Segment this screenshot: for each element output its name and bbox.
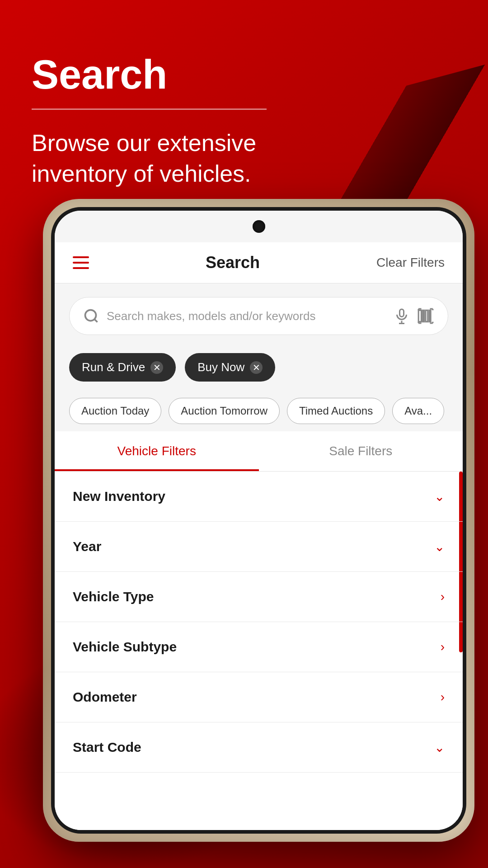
tab-sale-filters[interactable]: Sale Filters	[259, 431, 463, 471]
filter-tab-bar: Vehicle Filters Sale Filters	[55, 431, 463, 472]
hamburger-line-2	[73, 262, 89, 264]
hamburger-line-3	[73, 267, 89, 269]
svg-rect-6	[423, 310, 424, 321]
svg-rect-2	[400, 309, 404, 317]
year-label: Year	[73, 539, 101, 554]
header-subtitle: Browse our extensive inventory of vehicl…	[32, 128, 456, 189]
tab-vehicle-filters[interactable]: Vehicle Filters	[55, 431, 259, 471]
app-bar-title: Search	[206, 253, 260, 272]
search-section: Search makes, models and/or keywords	[55, 283, 463, 344]
buy-now-remove-button[interactable]: ✕	[250, 361, 263, 374]
camera-dot	[253, 220, 265, 233]
active-filter-tags: Run & Drive ✕ Buy Now ✕	[55, 344, 463, 391]
phone-outer-frame: Search Clear Filters Search makes, model…	[43, 199, 474, 842]
search-icon	[83, 308, 99, 324]
start-code-chevron-down-icon: ⌄	[434, 740, 445, 755]
phone-mockup: Search Clear Filters Search makes, model…	[43, 199, 474, 842]
clear-filters-button[interactable]: Clear Filters	[376, 255, 445, 270]
svg-point-0	[85, 310, 96, 321]
vehicle-type-label: Vehicle Type	[73, 589, 154, 604]
search-bar[interactable]: Search makes, models and/or keywords	[69, 297, 448, 335]
new-inventory-label: New Inventory	[73, 489, 165, 504]
search-input[interactable]: Search makes, models and/or keywords	[107, 309, 386, 323]
filter-row-odometer[interactable]: Odometer ›	[55, 672, 463, 722]
vehicle-type-chevron-right-icon: ›	[441, 590, 445, 604]
odometer-chevron-right-icon: ›	[441, 690, 445, 704]
start-code-label: Start Code	[73, 740, 141, 755]
hamburger-line-1	[73, 256, 89, 258]
filter-row-start-code[interactable]: Start Code ⌄	[55, 722, 463, 773]
filter-row-vehicle-subtype[interactable]: Vehicle Subtype ›	[55, 622, 463, 672]
svg-line-1	[94, 319, 98, 322]
odometer-label: Odometer	[73, 689, 137, 705]
app-content: Search Clear Filters Search makes, model…	[55, 242, 463, 830]
header-divider	[32, 108, 267, 110]
buy-now-filter-tag[interactable]: Buy Now ✕	[185, 353, 275, 382]
page-title: Search	[32, 54, 456, 95]
svg-rect-5	[418, 310, 421, 321]
hamburger-menu-button[interactable]	[73, 256, 89, 269]
run-drive-filter-tag[interactable]: Run & Drive ✕	[69, 353, 176, 382]
top-bar: Search Clear Filters	[55, 242, 463, 283]
header-section: Search Browse our extensive inventory of…	[0, 0, 488, 216]
filter-list: New Inventory ⌄ Year ⌄ Vehicle Type ›	[55, 472, 463, 773]
vehicle-subtype-label: Vehicle Subtype	[73, 639, 177, 655]
filter-row-new-inventory[interactable]: New Inventory ⌄	[55, 472, 463, 522]
available-chip[interactable]: Ava...	[392, 398, 444, 424]
auction-filter-chips: Auction Today Auction Tomorrow Timed Auc…	[55, 391, 463, 431]
phone-inner-frame: Search Clear Filters Search makes, model…	[51, 207, 466, 834]
auction-tomorrow-chip[interactable]: Auction Tomorrow	[169, 398, 280, 424]
barcode-scan-icon[interactable]	[417, 307, 434, 325]
svg-rect-8	[429, 310, 431, 321]
filter-row-year[interactable]: Year ⌄	[55, 522, 463, 572]
vehicle-subtype-chevron-right-icon: ›	[441, 640, 445, 654]
new-inventory-chevron-down-icon: ⌄	[434, 489, 445, 504]
run-drive-remove-button[interactable]: ✕	[150, 361, 163, 374]
auction-today-chip[interactable]: Auction Today	[69, 398, 161, 424]
year-chevron-down-icon: ⌄	[434, 539, 445, 554]
phone-screen: Search Clear Filters Search makes, model…	[55, 211, 463, 830]
microphone-icon[interactable]	[394, 308, 410, 324]
timed-auctions-chip[interactable]: Timed Auctions	[287, 398, 385, 424]
svg-rect-7	[426, 310, 428, 321]
camera-area	[55, 211, 463, 242]
filter-row-vehicle-type[interactable]: Vehicle Type ›	[55, 572, 463, 622]
